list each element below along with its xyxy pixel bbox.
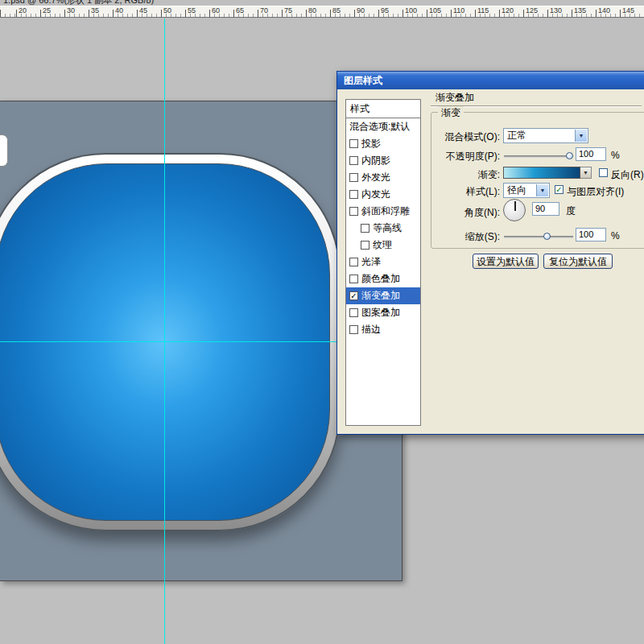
ruler-number: 90 [357,6,365,14]
style-item-label: 光泽 [361,255,381,269]
chevron-down-icon[interactable]: ▼ [575,130,587,142]
styles-list-item[interactable]: 颜色叠加 [346,270,420,287]
styles-list: 混合选项:默认投影内阴影外发光内发光斜面和浮雕等高线纹理光泽颜色叠加✓渐变叠加图… [346,118,420,338]
style-item-checkbox[interactable] [349,258,358,266]
opacity-slider[interactable] [504,155,573,158]
styles-list-item[interactable]: 外发光 [346,169,420,186]
ruler-number: 65 [236,6,244,14]
align-checkbox[interactable]: ✓ [555,185,564,194]
scale-input[interactable]: 100 [576,228,606,242]
ruler-number: 135 [574,6,586,14]
style-item-label: 内阴影 [361,154,390,167]
blend-mode-label: 混合模式(O): [432,130,500,144]
opacity-label: 不透明度(P): [432,150,500,163]
ruler-number: 85 [332,6,341,14]
styles-list-item[interactable]: 图案叠加 [346,304,420,321]
style-item-checkbox[interactable] [349,325,358,334]
layer-style-dialog: 图层样式 样式 混合选项:默认投影内阴影外发光内发光斜面和浮雕等高线纹理光泽颜色… [336,71,644,435]
vertical-guide[interactable] [164,19,165,644]
style-item-label: 等高线 [373,221,402,235]
opacity-slider-thumb[interactable] [566,152,573,159]
reset-default-button[interactable]: 复位为默认值 [543,254,613,269]
styles-list-item[interactable]: 斜面和浮雕 [346,203,420,220]
angle-unit: 度 [566,204,576,218]
ruler-number: 140 [598,6,610,14]
style-item-checkbox[interactable] [349,207,358,216]
dialog-titlebar[interactable]: 图层样式 [337,72,644,89]
style-item-label: 投影 [361,137,381,151]
ruler-number: 115 [477,6,489,14]
angle-input[interactable]: 90 [532,202,559,216]
styles-list-item[interactable]: 描边 [346,321,420,338]
ruler-number: 75 [284,6,292,14]
ruler-number: 120 [502,6,514,14]
style-item-label: 描边 [361,323,381,336]
style-item-checkbox[interactable] [361,241,369,250]
set-default-button[interactable]: 设置为默认值 [473,254,539,269]
style-item-label: 斜面和浮雕 [361,204,410,218]
ruler-number: 145 [622,6,634,14]
ruler-number: 35 [91,6,99,14]
style-item-checkbox[interactable] [349,190,358,199]
styles-list-item[interactable]: 混合选项:默认 [346,118,420,135]
style-item-checkbox[interactable]: ✓ [349,291,358,300]
scale-slider[interactable] [504,236,573,238]
ruler-number: 130 [550,6,562,14]
dialog-title: 图层样式 [344,75,382,86]
styles-panel-header: 样式 [346,100,420,118]
scale-label: 缩放(S): [432,230,500,244]
reverse-checkbox[interactable] [599,168,608,177]
gradient-label: 渐变: [432,168,500,182]
scale-unit: % [611,230,620,242]
style-item-checkbox[interactable] [349,173,358,182]
style-value: 径向 [507,184,526,196]
styles-list-item[interactable]: 内发光 [346,186,420,203]
ruler-number: 100 [405,6,417,14]
horizontal-ruler[interactable]: 2025303540455055606570758085909510010511… [0,6,644,18]
blend-mode-select[interactable]: 正常 ▼ [503,128,588,143]
style-item-label: 图案叠加 [361,306,400,320]
style-item-label: 渐变叠加 [361,289,400,303]
style-item-checkbox[interactable] [349,308,358,317]
style-item-checkbox[interactable] [361,224,369,233]
gradient-overlay-panel-title: 渐变叠加 [436,91,474,105]
style-item-label: 颜色叠加 [361,272,400,286]
ruler-number: 45 [139,6,147,14]
gradient-dropdown-arrow-icon[interactable]: ▼ [580,167,592,179]
ruler-number: 30 [67,6,75,14]
style-item-label: 混合选项:默认 [349,120,410,134]
styles-list-item[interactable]: 投影 [346,135,420,152]
style-select[interactable]: 径向 ▼ [503,183,550,198]
style-item-label: 内发光 [361,188,390,201]
styles-panel: 样式 混合选项:默认投影内阴影外发光内发光斜面和浮雕等高线纹理光泽颜色叠加✓渐变… [345,99,421,426]
style-item-checkbox[interactable] [349,275,358,283]
ruler-number: 70 [260,6,268,14]
styles-list-item[interactable]: 光泽 [346,254,420,270]
angle-needle [514,201,516,211]
ruler-number: 110 [453,6,464,14]
reverse-label: 反向(R) [611,168,644,182]
styles-list-item[interactable]: 内阴影 [346,152,420,169]
style-item-checkbox[interactable] [349,156,358,165]
style-item-checkbox[interactable] [349,139,358,148]
blue-button-gradient-fill [0,163,330,521]
gradient-groupbox-legend: 渐变 [438,106,464,120]
partial-white-shape [0,134,8,167]
styles-list-item[interactable]: 等高线 [346,220,420,237]
ruler-number: 60 [212,6,220,14]
style-label: 样式(L): [432,185,500,199]
angle-dial[interactable] [503,199,526,221]
blue-button-shape [0,153,341,531]
chevron-down-icon[interactable]: ▼ [536,184,548,196]
ruler-number: 50 [163,6,171,14]
horizontal-guide[interactable] [0,341,336,342]
blend-mode-value: 正常 [507,130,526,141]
ruler-number: 125 [526,6,538,14]
gradient-swatch[interactable] [503,167,580,179]
opacity-input[interactable]: 100 [576,147,606,161]
ruler-number: 20 [19,6,27,14]
styles-list-item[interactable]: 纹理 [346,237,420,254]
scale-slider-thumb[interactable] [543,233,551,240]
styles-list-item[interactable]: ✓渐变叠加 [346,287,420,304]
ruler-number: 55 [188,6,196,14]
